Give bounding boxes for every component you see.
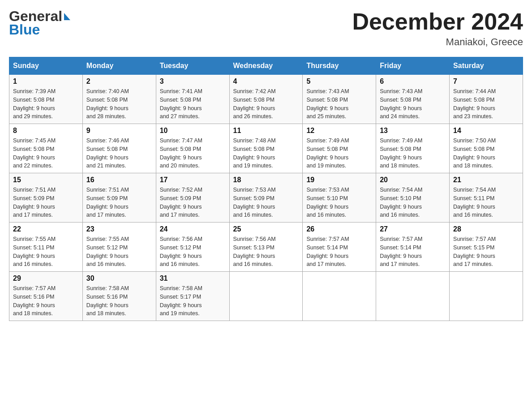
day-info: Sunrise: 7:41 AM Sunset: 5:08 PM Dayligh… — [160, 87, 226, 121]
day-info: Sunrise: 7:49 AM Sunset: 5:08 PM Dayligh… — [306, 137, 372, 170]
calendar-day-cell: 26 Sunrise: 7:57 AM Sunset: 5:14 PM Dayl… — [303, 223, 376, 272]
calendar-week-row: 15 Sunrise: 7:51 AM Sunset: 5:09 PM Dayl… — [9, 173, 523, 223]
day-info: Sunrise: 7:44 AM Sunset: 5:08 PM Dayligh… — [453, 87, 519, 121]
day-info: Sunrise: 7:56 AM Sunset: 5:12 PM Dayligh… — [160, 235, 226, 269]
calendar-day-cell: 3 Sunrise: 7:41 AM Sunset: 5:08 PM Dayli… — [156, 75, 229, 124]
calendar-day-cell: 15 Sunrise: 7:51 AM Sunset: 5:09 PM Dayl… — [9, 173, 83, 223]
day-info: Sunrise: 7:57 AM Sunset: 5:14 PM Dayligh… — [380, 235, 446, 269]
calendar-day-cell: 13 Sunrise: 7:49 AM Sunset: 5:08 PM Dayl… — [376, 124, 450, 173]
day-number: 12 — [306, 127, 372, 135]
col-friday: Friday — [376, 57, 450, 75]
calendar-day-cell: 12 Sunrise: 7:49 AM Sunset: 5:08 PM Dayl… — [303, 124, 376, 173]
calendar-day-cell — [450, 272, 523, 321]
day-number: 5 — [306, 77, 372, 86]
day-info: Sunrise: 7:49 AM Sunset: 5:08 PM Dayligh… — [380, 137, 446, 170]
day-info: Sunrise: 7:51 AM Sunset: 5:09 PM Dayligh… — [13, 186, 79, 219]
calendar-day-cell: 20 Sunrise: 7:54 AM Sunset: 5:10 PM Dayl… — [376, 173, 450, 223]
day-info: Sunrise: 7:58 AM Sunset: 5:17 PM Dayligh… — [160, 284, 226, 318]
calendar-day-cell: 27 Sunrise: 7:57 AM Sunset: 5:14 PM Dayl… — [376, 223, 450, 272]
calendar-day-cell: 2 Sunrise: 7:40 AM Sunset: 5:08 PM Dayli… — [82, 75, 156, 124]
calendar-day-cell — [229, 272, 303, 321]
day-number: 13 — [380, 127, 446, 135]
col-sunday: Sunday — [9, 57, 83, 75]
day-info: Sunrise: 7:53 AM Sunset: 5:09 PM Dayligh… — [233, 186, 299, 219]
day-info: Sunrise: 7:52 AM Sunset: 5:09 PM Dayligh… — [160, 186, 226, 219]
calendar-week-row: 1 Sunrise: 7:39 AM Sunset: 5:08 PM Dayli… — [9, 75, 523, 124]
day-info: Sunrise: 7:47 AM Sunset: 5:08 PM Dayligh… — [160, 137, 226, 170]
day-number: 29 — [13, 274, 79, 283]
col-tuesday: Tuesday — [156, 57, 229, 75]
day-info: Sunrise: 7:43 AM Sunset: 5:08 PM Dayligh… — [306, 87, 372, 121]
calendar-day-cell: 5 Sunrise: 7:43 AM Sunset: 5:08 PM Dayli… — [303, 75, 376, 124]
calendar-day-cell: 7 Sunrise: 7:44 AM Sunset: 5:08 PM Dayli… — [450, 75, 523, 124]
day-info: Sunrise: 7:58 AM Sunset: 5:16 PM Dayligh… — [86, 284, 152, 318]
calendar-day-cell: 1 Sunrise: 7:39 AM Sunset: 5:08 PM Dayli… — [9, 75, 83, 124]
day-number: 10 — [160, 127, 226, 135]
calendar-day-cell: 6 Sunrise: 7:43 AM Sunset: 5:08 PM Dayli… — [376, 75, 450, 124]
day-number: 30 — [86, 274, 152, 283]
day-number: 6 — [380, 77, 446, 86]
calendar-day-cell: 28 Sunrise: 7:57 AM Sunset: 5:15 PM Dayl… — [450, 223, 523, 272]
calendar-week-row: 22 Sunrise: 7:55 AM Sunset: 5:11 PM Dayl… — [9, 223, 523, 272]
day-info: Sunrise: 7:40 AM Sunset: 5:08 PM Dayligh… — [86, 87, 152, 121]
day-number: 17 — [160, 176, 226, 184]
calendar-table: Sunday Monday Tuesday Wednesday Thursday… — [9, 57, 523, 321]
day-number: 11 — [233, 127, 299, 135]
calendar-week-row: 8 Sunrise: 7:45 AM Sunset: 5:08 PM Dayli… — [9, 124, 523, 173]
calendar-day-cell: 4 Sunrise: 7:42 AM Sunset: 5:08 PM Dayli… — [229, 75, 303, 124]
logo-blue: Blue — [9, 21, 40, 38]
day-info: Sunrise: 7:39 AM Sunset: 5:08 PM Dayligh… — [13, 87, 79, 121]
day-info: Sunrise: 7:54 AM Sunset: 5:10 PM Dayligh… — [380, 186, 446, 219]
calendar-day-cell — [376, 272, 450, 321]
day-number: 28 — [453, 225, 519, 233]
calendar-day-cell: 14 Sunrise: 7:50 AM Sunset: 5:08 PM Dayl… — [450, 124, 523, 173]
calendar-title: December 2024 — [352, 9, 523, 34]
day-info: Sunrise: 7:56 AM Sunset: 5:13 PM Dayligh… — [233, 235, 299, 269]
day-number: 4 — [233, 77, 299, 86]
day-info: Sunrise: 7:54 AM Sunset: 5:11 PM Dayligh… — [453, 186, 519, 219]
day-info: Sunrise: 7:46 AM Sunset: 5:08 PM Dayligh… — [86, 137, 152, 170]
day-info: Sunrise: 7:45 AM Sunset: 5:08 PM Dayligh… — [13, 137, 79, 170]
calendar-day-cell: 19 Sunrise: 7:53 AM Sunset: 5:10 PM Dayl… — [303, 173, 376, 223]
day-number: 23 — [86, 225, 152, 233]
day-info: Sunrise: 7:57 AM Sunset: 5:15 PM Dayligh… — [453, 235, 519, 269]
col-saturday: Saturday — [450, 57, 523, 75]
day-info: Sunrise: 7:55 AM Sunset: 5:11 PM Dayligh… — [13, 235, 79, 269]
calendar-day-cell: 10 Sunrise: 7:47 AM Sunset: 5:08 PM Dayl… — [156, 124, 229, 173]
day-number: 15 — [13, 176, 79, 184]
day-info: Sunrise: 7:43 AM Sunset: 5:08 PM Dayligh… — [380, 87, 446, 121]
day-info: Sunrise: 7:57 AM Sunset: 5:16 PM Dayligh… — [13, 284, 79, 318]
day-number: 24 — [160, 225, 226, 233]
day-number: 14 — [453, 127, 519, 135]
calendar-header-row: Sunday Monday Tuesday Wednesday Thursday… — [9, 57, 523, 75]
day-number: 8 — [13, 127, 79, 135]
day-info: Sunrise: 7:42 AM Sunset: 5:08 PM Dayligh… — [233, 87, 299, 121]
calendar-day-cell: 16 Sunrise: 7:51 AM Sunset: 5:09 PM Dayl… — [82, 173, 156, 223]
day-number: 27 — [380, 225, 446, 233]
calendar-day-cell: 24 Sunrise: 7:56 AM Sunset: 5:12 PM Dayl… — [156, 223, 229, 272]
day-info: Sunrise: 7:53 AM Sunset: 5:10 PM Dayligh… — [306, 186, 372, 219]
calendar-day-cell: 17 Sunrise: 7:52 AM Sunset: 5:09 PM Dayl… — [156, 173, 229, 223]
day-number: 16 — [86, 176, 152, 184]
title-area: December 2024 Maniakoi, Greece — [352, 9, 523, 48]
calendar-week-row: 29 Sunrise: 7:57 AM Sunset: 5:16 PM Dayl… — [9, 272, 523, 321]
day-number: 1 — [13, 77, 79, 86]
day-number: 2 — [86, 77, 152, 86]
col-thursday: Thursday — [303, 57, 376, 75]
calendar-day-cell: 30 Sunrise: 7:58 AM Sunset: 5:16 PM Dayl… — [82, 272, 156, 321]
calendar-day-cell: 23 Sunrise: 7:55 AM Sunset: 5:12 PM Dayl… — [82, 223, 156, 272]
calendar-day-cell: 29 Sunrise: 7:57 AM Sunset: 5:16 PM Dayl… — [9, 272, 83, 321]
day-number: 25 — [233, 225, 299, 233]
calendar-day-cell: 22 Sunrise: 7:55 AM Sunset: 5:11 PM Dayl… — [9, 223, 83, 272]
day-info: Sunrise: 7:48 AM Sunset: 5:08 PM Dayligh… — [233, 137, 299, 170]
day-number: 20 — [380, 176, 446, 184]
day-number: 21 — [453, 176, 519, 184]
day-number: 3 — [160, 77, 226, 86]
col-wednesday: Wednesday — [229, 57, 303, 75]
day-number: 19 — [306, 176, 372, 184]
day-info: Sunrise: 7:51 AM Sunset: 5:09 PM Dayligh… — [86, 186, 152, 219]
day-number: 31 — [160, 274, 226, 283]
logo-area: General Blue — [9, 9, 70, 38]
col-monday: Monday — [82, 57, 156, 75]
calendar-day-cell: 11 Sunrise: 7:48 AM Sunset: 5:08 PM Dayl… — [229, 124, 303, 173]
